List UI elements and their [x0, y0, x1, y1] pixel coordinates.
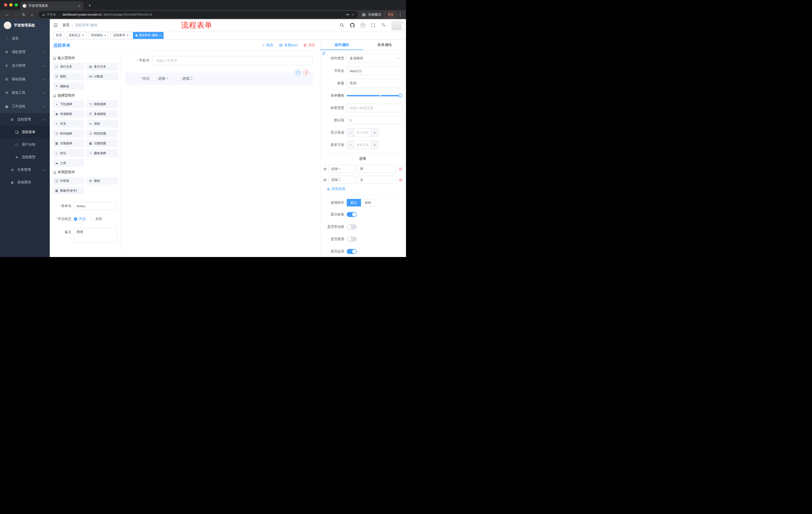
border-toggle[interactable]	[347, 224, 357, 229]
option-value-input[interactable]	[357, 165, 397, 173]
drag-handle-icon[interactable]	[323, 167, 327, 171]
password-key-icon[interactable]	[346, 12, 350, 17]
style-default-button[interactable]: 默认	[347, 199, 361, 207]
palette-item-date-picker[interactable]: ▦日期选择	[53, 140, 84, 147]
tag-process-model[interactable]: 流程模型 ×	[88, 32, 109, 39]
bookmark-star-icon[interactable]: ☆	[351, 12, 354, 17]
browser-menu-icon[interactable]: ⋮	[398, 12, 403, 17]
palette-item-editor[interactable]: ✎编辑器	[53, 82, 84, 90]
max-select-value[interactable]: 最多可选	[354, 141, 371, 149]
sidebar-item-dev-tools[interactable]: ⚒ 研发工具 ∨	[0, 86, 50, 100]
gender-field-row-selected[interactable]: *性别 选项一 选项二	[125, 73, 313, 85]
form-name-input[interactable]	[74, 202, 117, 210]
sidebar-item-process-form[interactable]: ❏ 流程表单	[0, 126, 50, 138]
close-tag-icon[interactable]: ×	[82, 34, 84, 37]
window-zoom-button[interactable]	[14, 3, 18, 6]
window-close-button[interactable]	[4, 3, 7, 6]
breadcrumb-home[interactable]: 首页	[63, 23, 69, 27]
close-tag-icon[interactable]: ×	[126, 34, 128, 37]
increase-button[interactable]: +	[371, 141, 378, 149]
title-input[interactable]	[347, 79, 403, 87]
tab-form-props[interactable]: 表单属性	[363, 40, 406, 50]
option-label-input[interactable]	[329, 165, 356, 173]
show-label-toggle[interactable]	[347, 212, 357, 217]
default-value-input[interactable]	[347, 116, 403, 125]
palette-item-radio-group[interactable]: ◉单选框组	[53, 110, 84, 118]
increase-button[interactable]: +	[371, 129, 378, 137]
min-select-value[interactable]: 至少应选	[354, 129, 371, 137]
toolbar-caret-icon[interactable]: ∨	[402, 21, 404, 24]
palette-item-row-container[interactable]: ◫行容器	[53, 177, 84, 185]
close-tag-icon[interactable]: ×	[159, 34, 161, 37]
sidebar-collapse-icon[interactable]	[53, 23, 58, 28]
sidebar-item-home[interactable]: ◔ 首页	[0, 32, 50, 45]
tag-process-definition[interactable]: 流程定义 ×	[66, 32, 87, 39]
font-size-icon[interactable]	[381, 23, 386, 27]
palette-item-checkbox-group[interactable]: ☑多选框组	[87, 110, 118, 118]
sidebar-item-user-group[interactable]: ⚇ 用户分组	[0, 138, 50, 151]
disabled-toggle[interactable]	[347, 237, 357, 242]
status-on-radio[interactable]: 开启	[74, 217, 86, 221]
palette-item-date-range[interactable]: ▩日期范围	[87, 140, 118, 147]
sidebar-item-workflow[interactable]: ▣ 工作流程 ∧	[0, 100, 50, 113]
sidebar-item-leave-query[interactable]: ♟ 请假查询	[0, 176, 50, 189]
palette-item-password[interactable]: ⊡密码	[53, 73, 84, 80]
clear-button[interactable]: 清空	[303, 43, 315, 48]
fullscreen-icon[interactable]	[371, 23, 375, 27]
new-tab-button[interactable]: +	[86, 3, 93, 8]
tag-process-form-edit[interactable]: 流程表单-编辑 ×	[133, 32, 164, 39]
label-width-input[interactable]	[347, 104, 403, 112]
link-icon[interactable]	[322, 52, 326, 55]
required-toggle[interactable]	[347, 249, 357, 254]
option-label-input[interactable]	[329, 176, 356, 184]
sidebar-item-infrastructure[interactable]: ⊞ 基础设施 ∨	[0, 73, 50, 86]
view-json-button[interactable]: 查看json	[279, 43, 298, 48]
decrease-button[interactable]: −	[347, 129, 354, 137]
forward-button[interactable]: →	[11, 12, 20, 17]
help-icon[interactable]: ?	[360, 23, 365, 28]
palette-item-color-picker[interactable]: ◑颜色选择	[87, 150, 118, 157]
style-button-button[interactable]: 按钮	[361, 199, 375, 207]
palette-item-cascader[interactable]: ⌥级联选择	[87, 100, 118, 108]
sidebar-item-process-management[interactable]: ≣ 流程管理 ∧	[0, 113, 50, 126]
remove-option-icon[interactable]: ⊖	[399, 167, 403, 171]
drag-handle-icon[interactable]	[323, 178, 327, 182]
address-bar[interactable]: 不安全 dashboard.yudao.iocoder.cn/bpm/manag…	[39, 11, 358, 18]
sidebar-item-task-management[interactable]: ⋔ 任务管理 ∨	[0, 163, 50, 176]
decrease-button[interactable]: −	[347, 141, 354, 149]
search-icon[interactable]	[340, 23, 344, 27]
slider-handle[interactable]	[399, 94, 402, 98]
gender-option2-checkbox[interactable]: 选项二	[177, 77, 193, 81]
phone-field-row[interactable]: *手机号	[125, 56, 313, 65]
remove-option-icon[interactable]: ⊖	[399, 178, 403, 182]
delete-component-button[interactable]	[303, 70, 309, 76]
palette-item-time-range[interactable]: ◶时间范围	[87, 130, 118, 137]
back-button[interactable]: ←	[3, 12, 11, 17]
tab-close-icon[interactable]: ×	[77, 4, 81, 8]
close-tag-icon[interactable]: ×	[104, 34, 107, 37]
palette-item-time-picker[interactable]: ◷时间选择	[53, 130, 84, 137]
palette-item-upload[interactable]: ☁上传	[53, 159, 84, 167]
sidebar-item-payment-management[interactable]: ¥ 支付管理 ∨	[0, 59, 50, 73]
tab-component-props[interactable]: 组件属性	[321, 40, 363, 50]
phone-input[interactable]	[152, 56, 313, 65]
save-button[interactable]: ✓ 保存	[262, 43, 273, 48]
user-avatar[interactable]: ∨	[392, 20, 402, 30]
sidebar-item-system-management[interactable]: ⚙ 系统管理 ∨	[0, 45, 50, 59]
palette-item-rate[interactable]: ☆评分	[53, 150, 84, 157]
sidebar-item-process-model[interactable]: ➤ 流程模型	[0, 151, 50, 163]
grid-slider[interactable]	[347, 91, 403, 100]
add-option-button[interactable]: ⊕ 添加选项	[327, 187, 403, 191]
palette-item-table[interactable]: ▦表格[开发中]	[53, 187, 84, 194]
status-off-radio[interactable]: 关闭	[90, 217, 102, 221]
slider-track[interactable]	[347, 95, 400, 96]
home-button[interactable]: ⌂	[28, 12, 36, 17]
component-type-select[interactable]: 多选框组 ∨	[347, 54, 403, 63]
update-button[interactable]: 更新	[384, 11, 398, 18]
palette-item-counter[interactable]: 123计数器	[87, 73, 118, 80]
form-remark-textarea[interactable]: 嘿嘿	[74, 228, 117, 243]
option-value-input[interactable]	[357, 176, 397, 184]
github-icon[interactable]	[350, 23, 355, 28]
palette-item-slider[interactable]: ⊷滑块	[87, 120, 118, 128]
reload-button[interactable]: ↻	[20, 12, 28, 17]
